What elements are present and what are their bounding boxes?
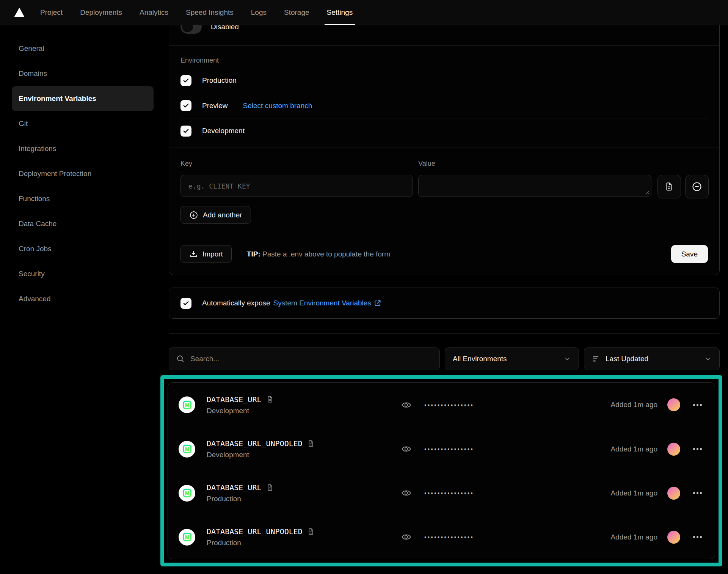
avatar — [667, 398, 680, 411]
check-icon — [183, 77, 189, 84]
added-timestamp: Added 1m ago — [610, 445, 657, 453]
row-actions-menu-button[interactable] — [692, 402, 703, 408]
top-nav-tab-storage[interactable]: Storage — [282, 0, 312, 25]
top-nav-tab-speed-insights[interactable]: Speed Insights — [184, 0, 236, 25]
top-nav-tab-logs[interactable]: Logs — [249, 0, 269, 25]
added-timestamp: Added 1m ago — [610, 401, 657, 409]
added-timestamp: Added 1m ago — [610, 489, 657, 497]
value-input[interactable] — [418, 175, 651, 197]
row-actions-menu-button[interactable] — [692, 534, 703, 540]
top-nav-tab-label: Speed Insights — [186, 8, 234, 17]
sidebar-item-cron-jobs[interactable]: Cron Jobs — [12, 236, 154, 261]
env-variable-list: DATABASE_URL Development •••••••••••••••… — [168, 382, 715, 559]
sidebar-item-label: Deployment Protection — [19, 170, 91, 178]
env-variable-environment: Production — [207, 539, 315, 547]
top-nav-tab-project[interactable]: Project — [38, 0, 65, 25]
row-actions-menu-button[interactable] — [692, 446, 703, 452]
row-actions-menu-button[interactable] — [692, 490, 703, 496]
neon-integration-icon — [179, 529, 195, 546]
top-nav-tab-analytics[interactable]: Analytics — [137, 0, 171, 25]
copy-document-icon[interactable] — [307, 528, 315, 536]
eye-reveal-icon[interactable] — [401, 444, 411, 454]
env-list-highlight-border: DATABASE_URL Development •••••••••••••••… — [160, 375, 722, 566]
copy-document-icon[interactable] — [266, 395, 274, 403]
sidebar-item-label: Domains — [19, 69, 47, 78]
document-icon — [664, 182, 674, 192]
env-variable-row: DATABASE_URL_UNPOOLED Development ••••••… — [168, 427, 715, 471]
sidebar-item-deployment-protection[interactable]: Deployment Protection — [12, 161, 154, 186]
sidebar-item-general[interactable]: General — [12, 36, 154, 61]
filter-bar: All Environments Last Updated — [169, 348, 720, 370]
key-input[interactable] — [180, 175, 413, 197]
sidebar-item-data-cache[interactable]: Data Cache — [12, 211, 154, 236]
sidebar-item-domains[interactable]: Domains — [12, 61, 154, 86]
env-variable-row: DATABASE_URL Development •••••••••••••••… — [168, 383, 715, 427]
top-nav-tab-settings[interactable]: Settings — [325, 0, 355, 25]
environment-checkbox[interactable] — [180, 100, 191, 111]
top-nav-tab-label: Storage — [284, 8, 309, 17]
environment-checkbox[interactable] — [180, 75, 191, 86]
select-custom-branch-link[interactable]: Select custom branch — [243, 102, 312, 110]
settings-sidebar: GeneralDomainsEnvironment VariablesGitIn… — [12, 36, 154, 311]
env-variable-name: DATABASE_URL_UNPOOLED — [207, 527, 303, 536]
value-label: Value — [418, 160, 435, 168]
env-variable-name: DATABASE_URL — [207, 483, 262, 492]
sidebar-item-advanced[interactable]: Advanced — [12, 286, 154, 311]
chevron-down-icon — [704, 355, 712, 363]
divider — [169, 333, 720, 334]
remove-row-button[interactable] — [685, 175, 709, 198]
env-variable-name-block: DATABASE_URL_UNPOOLED Production — [207, 527, 315, 547]
key-label: Key — [180, 160, 192, 168]
sidebar-item-git[interactable]: Git — [12, 111, 154, 136]
system-env-variables-link[interactable]: System Environment Variables — [273, 299, 381, 307]
tip-bold: TIP: — [247, 250, 260, 258]
top-nav: ProjectDeploymentsAnalyticsSpeed Insight… — [0, 0, 728, 25]
add-another-button[interactable]: Add another — [180, 206, 251, 224]
import-label: Import — [202, 250, 223, 258]
eye-reveal-icon[interactable] — [401, 532, 411, 542]
expose-checkbox[interactable] — [180, 298, 191, 309]
env-variable-meta: Added 1m ago — [610, 443, 703, 456]
top-nav-tab-deployments[interactable]: Deployments — [78, 0, 124, 25]
tip-body: Paste a .env above to populate the form — [262, 250, 390, 258]
tip-text: TIP: Paste a .env above to populate the … — [247, 250, 390, 258]
env-variable-name: DATABASE_URL — [207, 395, 262, 404]
copy-document-icon[interactable] — [307, 440, 315, 448]
chevron-down-icon — [563, 355, 571, 363]
environment-checkbox-label: Preview — [202, 102, 228, 110]
vercel-logo-icon[interactable] — [14, 7, 25, 17]
sidebar-item-label: Environment Variables — [19, 94, 96, 103]
sidebar-item-functions[interactable]: Functions — [12, 186, 154, 211]
eye-reveal-icon[interactable] — [401, 488, 411, 498]
sort-dropdown[interactable]: Last Updated — [584, 348, 720, 370]
env-variable-value-block: ••••••••••••••• — [401, 444, 474, 454]
search-icon — [176, 354, 185, 363]
environment-checkbox-row: Production — [180, 68, 708, 93]
top-nav-tab-label: Logs — [251, 8, 267, 17]
env-variable-name-block: DATABASE_URL Development — [207, 395, 274, 415]
env-variable-meta: Added 1m ago — [610, 398, 703, 411]
sidebar-item-security[interactable]: Security — [12, 261, 154, 286]
save-button[interactable]: Save — [671, 245, 708, 263]
eye-reveal-icon[interactable] — [401, 400, 411, 410]
search-input[interactable] — [190, 355, 433, 363]
sidebar-item-label: General — [19, 44, 44, 53]
env-variable-name-block: DATABASE_URL Production — [207, 483, 274, 503]
sort-label: Last Updated — [606, 355, 648, 363]
environment-checkbox-row: Development — [180, 118, 708, 143]
sidebar-item-environment-variables[interactable]: Environment Variables — [12, 86, 154, 111]
divider — [169, 241, 719, 241]
add-another-label: Add another — [203, 211, 242, 219]
plus-circle-icon — [189, 211, 198, 220]
sidebar-item-label: Data Cache — [19, 220, 56, 228]
environment-checkbox[interactable] — [180, 126, 191, 137]
environment-filter-label: All Environments — [453, 355, 507, 363]
paste-env-button[interactable] — [657, 175, 681, 198]
system-env-card: Automatically expose System Environment … — [169, 288, 720, 319]
environment-filter-dropdown[interactable]: All Environments — [445, 348, 579, 370]
sidebar-item-integrations[interactable]: Integrations — [12, 136, 154, 161]
import-button[interactable]: Import — [180, 245, 232, 263]
copy-document-icon[interactable] — [266, 484, 274, 492]
environment-checkbox-row: Preview Select custom branch — [180, 93, 708, 118]
masked-value: ••••••••••••••• — [424, 534, 474, 540]
